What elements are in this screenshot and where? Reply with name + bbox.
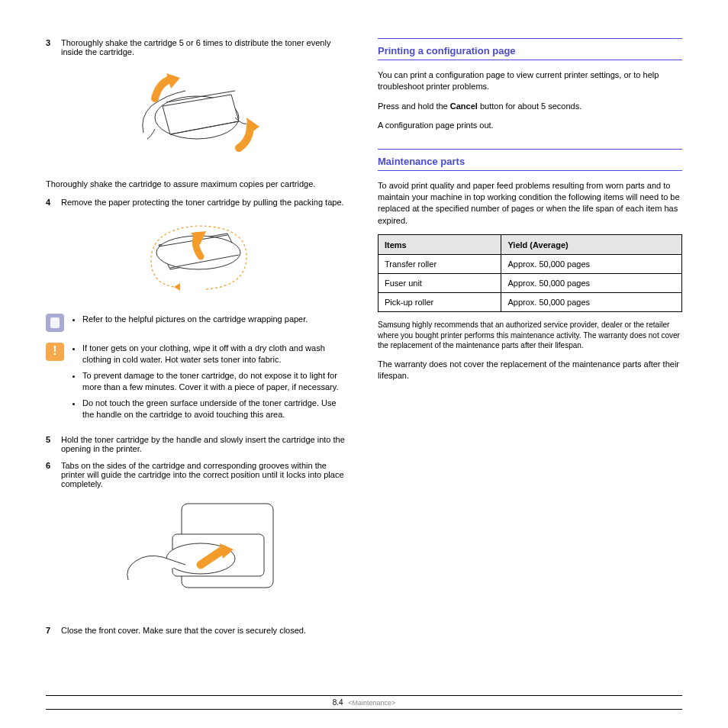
table-row: Pick-up roller Approx. 50,000 pages (378, 293, 682, 312)
step-text: Tabs on the sides of the cartridge and c… (61, 461, 347, 488)
heading-maintenance: Maintenance parts (378, 154, 682, 171)
section-label: <Maintenance> (348, 699, 395, 707)
page-footer: 8.4 <Maintenance> (46, 695, 682, 710)
svg-marker-5 (174, 283, 180, 291)
info-note-text: Refer to the helpful pictures on the car… (82, 314, 347, 325)
table-cell: Approx. 50,000 pages (501, 293, 682, 312)
step-number: 6 (46, 461, 55, 488)
maintenance-note-1: Samsung highly recommends that an author… (378, 320, 682, 351)
config-press: Press and hold the Cancel button for abo… (378, 101, 682, 112)
page-number: 8.4 (333, 698, 343, 707)
step-text: Close the front cover. Make sure that th… (61, 626, 347, 635)
right-column: Printing a configuration page You can pr… (378, 38, 682, 643)
step-number: 4 (46, 198, 55, 207)
shake-caption: Thoroughly shake the cartridge to assure… (46, 179, 347, 190)
table-header: Yield (Average) (501, 235, 682, 255)
note-icon (46, 314, 64, 332)
heading-config: Printing a configuration page (378, 43, 682, 60)
maintenance-intro: To avoid print quality and paper feed pr… (378, 180, 682, 227)
cancel-button-label: Cancel (450, 101, 478, 111)
press-pre: Press and hold the (378, 101, 450, 111)
step-4: 4 Remove the paper protecting the toner … (46, 198, 347, 207)
step-6: 6 Tabs on the sides of the cartridge and… (46, 461, 347, 488)
table-cell: Transfer roller (378, 255, 501, 274)
step-text: Hold the toner cartridge by the handle a… (61, 435, 347, 453)
step-text: Remove the paper protecting the toner ca… (61, 198, 347, 207)
heading-rule-top (378, 38, 682, 39)
step-5: 5 Hold the toner cartridge by the handle… (46, 435, 347, 453)
maintenance-parts-table: Items Yield (Average) Transfer roller Ap… (378, 234, 682, 312)
config-result: A configuration page prints out. (378, 120, 682, 131)
press-post: button for about 5 seconds. (478, 101, 581, 111)
warning-item: Do not touch the green surface underside… (82, 398, 347, 420)
figure-remove-tape (46, 214, 347, 300)
insert-cartridge-illustration (113, 496, 281, 610)
page-content: 3 Thoroughly shake the cartridge 5 or 6 … (0, 0, 728, 665)
table-row: Transfer roller Approx. 50,000 pages (378, 255, 682, 274)
table-cell: Pick-up roller (378, 293, 501, 312)
maintenance-note-2: The warranty does not cover the replacem… (378, 359, 682, 382)
info-note: Refer to the helpful pictures on the car… (46, 314, 347, 332)
step-number: 3 (46, 38, 55, 56)
remove-tape-illustration (136, 214, 258, 298)
shake-cartridge-illustration (121, 64, 273, 163)
step-number: 7 (46, 626, 55, 635)
table-cell: Fuser unit (378, 274, 501, 293)
table-cell: Approx. 50,000 pages (501, 255, 682, 274)
left-column: 3 Thoroughly shake the cartridge 5 or 6 … (46, 38, 347, 643)
heading-rule-top (378, 149, 682, 150)
step-number: 5 (46, 435, 55, 453)
warning-body: If toner gets on your clothing, wipe it … (72, 343, 347, 424)
caution-icon (46, 343, 64, 361)
note-body: Refer to the helpful pictures on the car… (72, 314, 347, 330)
step-7: 7 Close the front cover. Make sure that … (46, 626, 347, 635)
table-cell: Approx. 50,000 pages (501, 274, 682, 293)
config-intro: You can print a configuration page to vi… (378, 69, 682, 93)
table-header: Items (378, 235, 501, 255)
figure-insert-cartridge (46, 496, 347, 612)
step-3: 3 Thoroughly shake the cartridge 5 or 6 … (46, 38, 347, 56)
warning-note: If toner gets on your clothing, wipe it … (46, 343, 347, 424)
table-header-row: Items Yield (Average) (378, 235, 682, 255)
warning-item: To prevent damage to the toner cartridge… (82, 370, 347, 393)
figure-shake-cartridge (46, 64, 347, 165)
step-text: Thoroughly shake the cartridge 5 or 6 ti… (61, 38, 347, 56)
table-row: Fuser unit Approx. 50,000 pages (378, 274, 682, 293)
warning-item: If toner gets on your clothing, wipe it … (82, 343, 347, 366)
